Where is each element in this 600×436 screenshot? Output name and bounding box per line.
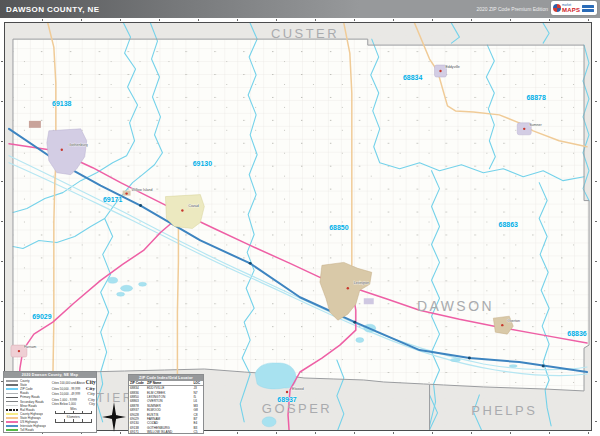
zip-code-label: 69029 xyxy=(32,313,52,320)
town-marker xyxy=(286,391,288,393)
grid-ticks-top xyxy=(4,19,592,21)
legend-city-category: Cities 50,000 - 99,999City xyxy=(52,386,95,391)
town-marker xyxy=(347,287,349,289)
town-label: Eddyville xyxy=(445,65,459,69)
county-label: CUSTER xyxy=(271,26,339,41)
zip-code-label: 68836 xyxy=(567,330,587,337)
county-label: GOSPER xyxy=(262,401,332,416)
legend-item: Toll Roads xyxy=(5,428,51,432)
legend-city-category: Cities 10,000 - 49,999City xyxy=(52,391,95,396)
county-label: DAWSON xyxy=(417,298,494,314)
town-label: Sumner xyxy=(529,123,542,127)
scale-kilometers: Kilometers xyxy=(52,416,95,423)
town-label: Willow Island xyxy=(132,188,153,192)
grid-ticks-left xyxy=(1,22,3,431)
zip-code-label: 69138 xyxy=(52,100,72,107)
logo-tagline-block xyxy=(582,5,594,12)
town-label: Gothenburg xyxy=(69,143,88,147)
town-label: Cozad xyxy=(188,204,198,208)
county-label: PHELPS xyxy=(471,403,537,418)
legend-cities: Cities 100,000 and AboveCityCities 50,00… xyxy=(52,379,95,406)
edition-label: 2020 ZIP Code Premium Edition xyxy=(476,6,548,12)
scale-miles: Miles xyxy=(52,408,95,415)
zip-table-body: 68834EDDYVILLEJ368836ELM CREEKN768850LEX… xyxy=(129,386,203,435)
table-row: 69171WILLOW ISLANDC5 xyxy=(129,430,203,434)
zip-code-label: 68863 xyxy=(499,221,519,228)
logo-brand: MAPS xyxy=(562,7,580,13)
town-label: Lexington xyxy=(354,281,370,285)
town-marker xyxy=(61,149,63,151)
town-marker xyxy=(501,324,503,326)
town-marker xyxy=(439,70,441,72)
title-bar: DAWSON COUNTY, NE 2020 ZIP Code Premium … xyxy=(0,0,600,18)
map-page: DAWSON COUNTY, NE 2020 ZIP Code Premium … xyxy=(0,0,600,436)
grid-ticks-right xyxy=(595,22,597,431)
page-title: DAWSON COUNTY, NE xyxy=(0,5,99,14)
marketmaps-logo: market MAPS xyxy=(551,1,597,15)
map-canvas: CUSTERDAWSONGOSPERPHELPSTIER 69138688346… xyxy=(4,22,592,431)
town-label: Elwood xyxy=(292,387,304,391)
map-svg: CUSTERDAWSONGOSPERPHELPSTIER 69138688346… xyxy=(5,23,591,430)
legend-items: CountyStateZIP CodeRoadsPrimary RoadsSec… xyxy=(5,379,51,432)
town-marker xyxy=(181,209,183,211)
zip-code-label: 68850 xyxy=(329,224,349,231)
zip-code-label: 68834 xyxy=(403,74,423,81)
zip-code-label: 68878 xyxy=(526,94,546,101)
scale-km-bar xyxy=(55,419,92,423)
zip-index-panel: ZIP Code Index/Grid Locator ZIP Code ZIP… xyxy=(128,374,204,434)
legend-panel: 2020 Dawson County, NE Map CountyStateZI… xyxy=(3,371,97,433)
town-label: Overton xyxy=(507,319,520,323)
scale-miles-bar xyxy=(55,411,92,415)
compass-rose-icon xyxy=(102,402,126,432)
town-marker xyxy=(125,192,127,194)
legend-city-category: Cities Below 1,000City xyxy=(52,402,95,406)
legend-city-category: Cities 1,000 - 9,999City xyxy=(52,397,95,402)
zip-index-table: ZIP Code ZIP Name LOC 68834EDDYVILLEJ368… xyxy=(129,381,203,435)
zip-code-label: 69130 xyxy=(193,160,213,167)
town-marker xyxy=(18,350,20,352)
town-marker xyxy=(523,128,525,130)
zip-code-label: 69171 xyxy=(103,196,123,203)
logo-globe-icon xyxy=(553,4,561,12)
zip-code-label: 68937 xyxy=(277,396,297,403)
legend-city-category: Cities 100,000 and AboveCity xyxy=(52,379,95,385)
col-header-zip: ZIP Code xyxy=(129,381,146,386)
town-label: Farnam xyxy=(24,345,36,349)
